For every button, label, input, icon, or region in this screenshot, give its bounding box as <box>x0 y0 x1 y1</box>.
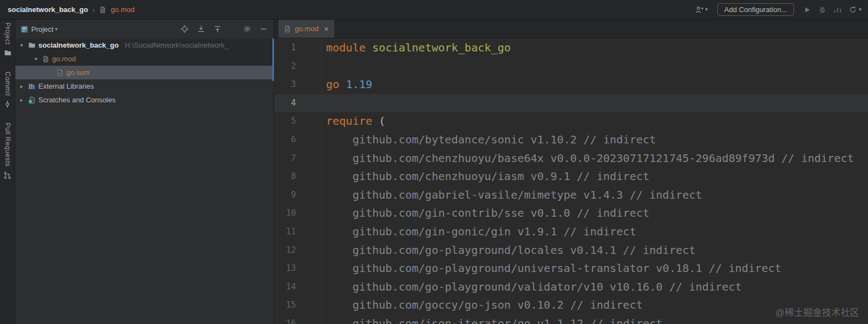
code-line-text: github.com/gin-contrib/sse v0.1.0 // ind… <box>321 204 649 223</box>
stripe-project-label: Project <box>4 22 12 45</box>
code-line-10[interactable]: 10 github.com/gin-contrib/sse v0.1.0 // … <box>274 204 868 223</box>
chevron-down-icon: ▾ <box>55 27 58 32</box>
project-view-selector[interactable]: Project ▾ <box>20 25 58 33</box>
add-configuration-button[interactable]: Add Configuration... <box>717 3 795 16</box>
tree-item-scratches-and-consoles[interactable]: ▸Scratches and Consoles <box>15 93 273 107</box>
code-line-text: github.com/bytedance/sonic v1.10.2 // in… <box>321 131 656 149</box>
line-number: 9 <box>274 186 321 205</box>
chevron-right-icon[interactable]: ▸ <box>18 97 25 103</box>
breadcrumb-file[interactable]: go.mod <box>111 5 134 14</box>
tool-window-stripe: Project Commit Pull Requests <box>0 20 15 324</box>
line-number: 12 <box>274 241 321 260</box>
expand-all-icon <box>197 25 205 33</box>
code-line-text: github.com/go-playground/validator/v10 v… <box>321 278 742 297</box>
project-panel: Project ▾ ▾socialnetwork_back_goH:\Socia… <box>15 20 274 324</box>
editor: 1module socialnetwork_back_go23go 1.1945… <box>274 38 868 324</box>
library-icon <box>28 83 36 90</box>
tab-go-mod[interactable]: go.mod × <box>278 20 334 38</box>
code-line-text: github.com/chenzhuoyu/iasm v0.9.1 // ind… <box>321 167 649 186</box>
breadcrumb-project[interactable]: socialnetwork_back_go <box>8 5 88 14</box>
line-number: 2 <box>274 57 321 76</box>
refresh-button[interactable]: ▾ <box>849 5 861 14</box>
code-line-text <box>321 94 326 113</box>
chevron-right-icon[interactable]: ▸ <box>18 83 25 89</box>
user-button[interactable]: ▾ <box>695 5 708 14</box>
watermark: @稀土掘金技术社区 <box>775 305 859 319</box>
collapse-all-button[interactable] <box>213 25 222 33</box>
line-number: 3 <box>274 76 321 94</box>
gear-icon <box>243 25 252 33</box>
code-line-4[interactable]: 4 <box>274 94 868 113</box>
code-line-14[interactable]: 14 github.com/go-playground/validator/v1… <box>274 278 868 297</box>
stripe-pull-requests-button[interactable]: Pull Requests <box>3 123 12 180</box>
close-icon[interactable]: × <box>324 25 328 33</box>
code-line-7[interactable]: 7 github.com/chenzhuoyu/base64x v0.0.0-2… <box>274 149 868 168</box>
code-line-text: github.com/goccy/go-json v0.10.2 // indi… <box>321 296 643 315</box>
code-line-text: module socialnetwork_back_go <box>321 39 511 57</box>
run-button[interactable] <box>803 6 811 14</box>
code-line-13[interactable]: 13 github.com/go-playground/universal-tr… <box>274 259 868 278</box>
hide-panel-button[interactable] <box>259 25 268 33</box>
tree-item-go-mod[interactable]: ▾go.mod <box>15 52 273 66</box>
breadcrumb: socialnetwork_back_go › go.mod <box>8 5 135 14</box>
project-panel-header: Project ▾ <box>15 20 273 38</box>
chevron-down-icon: ▾ <box>705 7 708 12</box>
title-bar: socialnetwork_back_go › go.mod ▾ Add Con… <box>0 0 868 20</box>
profiler-button[interactable] <box>833 5 842 14</box>
panel-splitter-highlight[interactable] <box>272 38 274 81</box>
code-line-9[interactable]: 9 github.com/gabriel-vasile/mimetype v1.… <box>274 186 868 205</box>
tree-item-socialnetwork-back-go[interactable]: ▾socialnetwork_back_goH:\SocialNetwork\s… <box>15 38 273 52</box>
chevron-down-icon[interactable]: ▾ <box>18 42 25 48</box>
folder-icon <box>28 42 36 49</box>
debug-button[interactable] <box>818 5 826 14</box>
line-number: 11 <box>274 223 321 241</box>
scratch-icon <box>28 96 36 104</box>
tree-item-label: go.mod <box>52 55 76 63</box>
code-line-3[interactable]: 3go 1.19 <box>274 76 868 94</box>
line-number: 13 <box>274 259 321 278</box>
project-panel-title: Project <box>31 25 53 33</box>
editor-zone: go.mod × 1module socialnetwork_back_go23… <box>274 20 868 324</box>
code-line-text: github.com/gin-gonic/gin v1.9.1 // indir… <box>321 223 636 241</box>
run-icon <box>803 6 811 14</box>
profiler-icon <box>833 5 842 14</box>
locate-file-button[interactable] <box>180 25 189 33</box>
tree-item-path: H:\SocialNetwork\socialnetwork_ <box>125 41 229 49</box>
settings-button[interactable] <box>243 25 252 33</box>
tree-item-label: External Libraries <box>38 82 94 90</box>
user-icon <box>695 5 704 14</box>
code-line-text: github.com/chenzhuoyu/base64x v0.0.0-202… <box>321 149 854 168</box>
code-line-11[interactable]: 11 github.com/gin-gonic/gin v1.9.1 // in… <box>274 223 868 241</box>
code-line-6[interactable]: 6 github.com/bytedance/sonic v1.10.2 // … <box>274 131 868 149</box>
project-tree: ▾socialnetwork_back_goH:\SocialNetwork\s… <box>15 38 273 107</box>
tree-item-label: socialnetwork_back_go <box>38 41 119 49</box>
tree-item-external-libraries[interactable]: ▸External Libraries <box>15 79 273 93</box>
code-line-2[interactable]: 2 <box>274 57 868 76</box>
code-line-text: github.com/go-playground/universal-trans… <box>321 259 781 278</box>
code-line-8[interactable]: 8 github.com/chenzhuoyu/iasm v0.9.1 // i… <box>274 167 868 186</box>
code-line-5[interactable]: 5require ( <box>274 112 868 131</box>
tree-item-go-sum[interactable]: go.sum <box>15 66 273 79</box>
tree-item-label: Scratches and Consoles <box>38 96 116 104</box>
bug-icon <box>818 5 826 14</box>
pull-request-icon <box>3 171 12 180</box>
chevron-down-icon[interactable]: ▾ <box>32 56 39 62</box>
stripe-commit-button[interactable]: Commit <box>3 72 12 108</box>
code-line-text: go 1.19 <box>321 76 372 94</box>
refresh-icon <box>849 5 857 14</box>
commit-icon <box>3 100 12 108</box>
stripe-project-button[interactable]: Project <box>4 22 12 56</box>
line-number: 14 <box>274 278 321 297</box>
file-icon <box>42 55 49 63</box>
code-line-12[interactable]: 12 github.com/go-playground/locales v0.1… <box>274 241 868 260</box>
line-number: 6 <box>274 131 321 149</box>
chevron-down-icon: ▾ <box>859 7 861 12</box>
code-line-text: github.com/json-iterator/go v1.1.12 // i… <box>321 315 663 324</box>
editor-tab-bar: go.mod × <box>274 20 868 38</box>
line-number: 15 <box>274 296 321 315</box>
expand-all-button[interactable] <box>197 25 205 33</box>
code-line-1[interactable]: 1module socialnetwork_back_go <box>274 39 868 57</box>
file-icon <box>56 69 64 77</box>
project-panel-toolbar <box>180 25 268 33</box>
gutter-separator <box>321 38 322 324</box>
